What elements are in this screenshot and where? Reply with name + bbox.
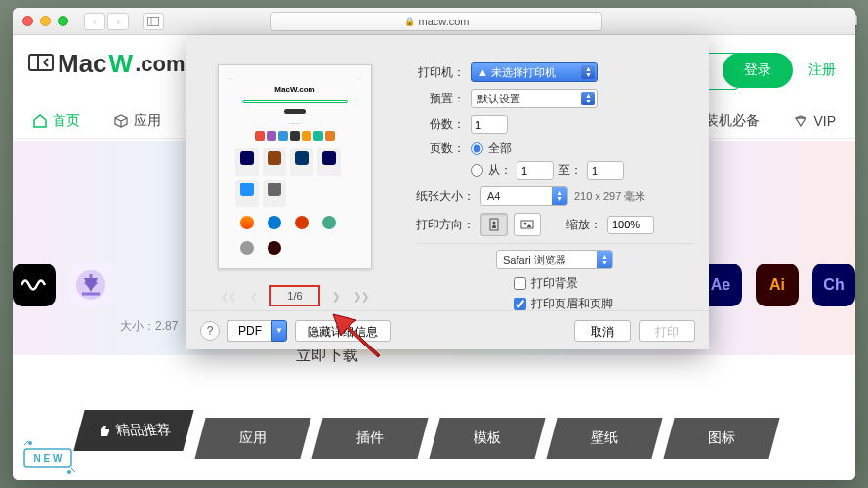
- printer-select[interactable]: ▲未选择打印机 ▲▼: [471, 62, 598, 82]
- url-text: macw.com: [419, 16, 470, 27]
- last-page-button[interactable]: ❯❯: [351, 288, 371, 304]
- pages-all-option[interactable]: 全部: [471, 141, 624, 157]
- svg-point-12: [493, 222, 496, 224]
- browser-toolbar: ‹ › 🔒 macw.com: [13, 8, 855, 35]
- paper-select[interactable]: A4 ▲▼: [480, 186, 568, 206]
- tab-plugins[interactable]: 插件: [311, 418, 428, 459]
- cube-icon: [113, 113, 129, 129]
- app-icon-ch[interactable]: Ch: [812, 264, 855, 306]
- portrait-button[interactable]: [480, 213, 508, 236]
- pdf-dropdown-arrow[interactable]: ▼: [271, 320, 287, 342]
- preset-label: 预置：: [416, 91, 465, 107]
- svg-rect-3: [29, 55, 53, 70]
- prev-page-button[interactable]: ❮: [244, 288, 264, 304]
- tab-icons[interactable]: 图标: [663, 418, 779, 459]
- category-tabs: 精品推荐 应用 插件 模板 壁纸 图标: [79, 418, 855, 459]
- url-bar[interactable]: 🔒 macw.com: [270, 12, 602, 31]
- back-button[interactable]: ‹: [84, 13, 105, 30]
- dialog-footer: ? PDF ▼ 隐藏详细信息 取消 打印: [186, 310, 709, 349]
- pages-all-radio[interactable]: [471, 142, 483, 155]
- nav-apps[interactable]: 应用: [113, 112, 161, 130]
- preset-select[interactable]: 默认设置 ▲▼: [471, 89, 598, 108]
- app-icon-download[interactable]: [69, 264, 112, 306]
- scale-input[interactable]: [607, 216, 654, 234]
- app-icon-waves[interactable]: [13, 264, 56, 306]
- svg-point-14: [524, 223, 527, 225]
- help-button[interactable]: ?: [200, 321, 220, 341]
- new-badge: N E W: [21, 435, 79, 480]
- copies-label: 份数：: [416, 116, 465, 133]
- svg-text:N E W: N E W: [34, 453, 62, 464]
- cancel-button[interactable]: 取消: [574, 320, 631, 342]
- to-page-input[interactable]: [587, 161, 624, 180]
- tab-templates[interactable]: 模板: [429, 418, 545, 459]
- sidebar-button[interactable]: [143, 13, 164, 30]
- close-window[interactable]: [22, 16, 33, 26]
- landscape-button[interactable]: [514, 213, 541, 236]
- thumbs-up-icon: [97, 424, 110, 437]
- tab-featured[interactable]: 精品推荐: [73, 410, 193, 451]
- svg-point-9: [28, 441, 32, 445]
- diamond-icon: [793, 113, 808, 129]
- print-bg-checkbox[interactable]: [514, 277, 526, 290]
- from-page-input[interactable]: [517, 161, 554, 180]
- copies-input[interactable]: [471, 115, 508, 134]
- next-page-button[interactable]: ❯: [326, 288, 346, 304]
- tab-apps[interactable]: 应用: [194, 418, 310, 459]
- size-label: 大小：2.87: [120, 318, 178, 335]
- minimize-window[interactable]: [40, 16, 51, 26]
- scale-label: 缩放：: [566, 217, 601, 233]
- pages-range-radio[interactable]: [471, 164, 483, 177]
- site-logo[interactable]: MacW.com: [26, 49, 185, 79]
- print-bg-option[interactable]: 打印背景: [514, 275, 693, 292]
- hide-details-button[interactable]: 隐藏详细信息: [295, 320, 391, 342]
- print-preview: ······· MacW.com ·········: [218, 64, 372, 269]
- preview-pager: ❮❮ ❮ 1/6 ❯ ❯❯: [218, 284, 372, 307]
- safari-window: ‹ › 🔒 macw.com MacW.com 登录 注册 首页: [13, 8, 855, 480]
- home-icon: [32, 113, 48, 129]
- zoom-window[interactable]: [58, 16, 68, 26]
- app-icon-ai[interactable]: Ai: [756, 264, 799, 306]
- nav-vip[interactable]: VIP: [793, 113, 836, 129]
- print-button[interactable]: 打印: [639, 320, 695, 342]
- login-button[interactable]: 登录: [723, 53, 793, 88]
- first-page-button[interactable]: ❮❮: [219, 288, 238, 304]
- pages-label: 页数：: [416, 141, 465, 157]
- pdf-button[interactable]: PDF: [227, 320, 271, 342]
- orientation-label: 打印方向：: [416, 217, 475, 233]
- page-content: MacW.com 登录 注册 首页 应用 单 装机必备: [13, 35, 855, 480]
- paper-label: 纸张大小：: [416, 188, 475, 205]
- svg-point-10: [67, 470, 71, 474]
- print-dialog: ······· MacW.com ········· ❮❮ ❮: [186, 35, 709, 349]
- page-indicator: 1/6: [269, 285, 319, 306]
- print-headers-checkbox[interactable]: [514, 298, 526, 310]
- pages-range-option[interactable]: 从： 至：: [471, 161, 624, 180]
- paper-dimensions: 210 x 297 毫米: [574, 189, 645, 204]
- window-controls: [22, 16, 68, 26]
- forward-button[interactable]: ›: [107, 13, 129, 30]
- register-link[interactable]: 注册: [808, 61, 836, 79]
- printer-label: 打印机：: [416, 64, 465, 81]
- lock-icon: 🔒: [404, 17, 415, 26]
- app-section-select[interactable]: Safari 浏览器 ▲▼: [496, 250, 613, 269]
- svg-rect-1: [148, 17, 159, 25]
- tab-wallpapers[interactable]: 壁纸: [546, 418, 662, 459]
- nav-home[interactable]: 首页: [32, 112, 80, 130]
